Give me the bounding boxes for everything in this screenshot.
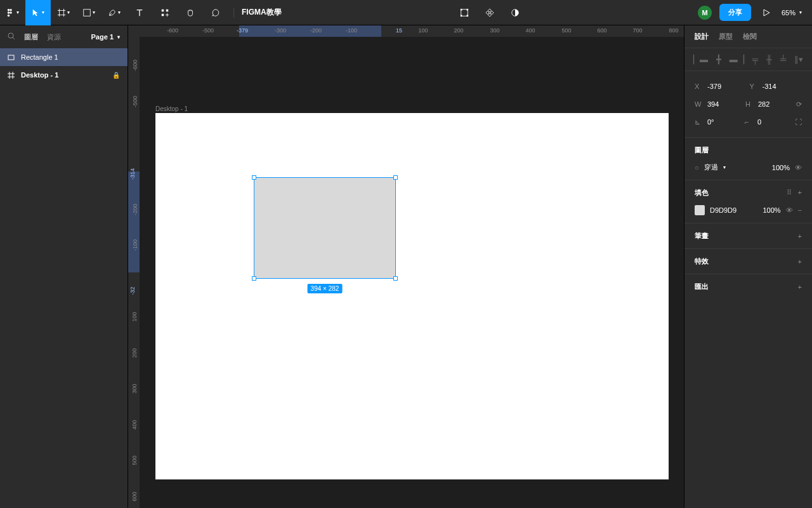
chevron-down-icon: ▾ <box>118 10 121 15</box>
stroke-section-title: 筆畫 <box>695 231 709 241</box>
ruler-horizontal: -600 -500 -379 -300 -200 -100 15 100 200… <box>140 25 684 37</box>
frame-label[interactable]: Desktop - 1 <box>155 105 188 112</box>
add-stroke-icon[interactable]: + <box>798 232 802 240</box>
canvas[interactable]: -600 -500 -379 -300 -200 -100 15 100 200… <box>128 25 684 508</box>
x-input[interactable]: -379 <box>707 83 721 90</box>
ruler-vertical: -600 -500 -314 -200 -100 -32 100 200 300… <box>128 37 140 508</box>
align-top-icon[interactable]: ╤ <box>752 55 758 64</box>
top-toolbar: ▾ ▾ ▾ ▾ ▾ FIGMA教學 M 分享 65% <box>0 0 812 25</box>
text-tool[interactable] <box>127 0 152 25</box>
dev-mode-toggle[interactable] <box>452 0 477 25</box>
separator <box>233 8 234 18</box>
svg-rect-12 <box>461 15 462 17</box>
svg-point-0 <box>8 8 10 11</box>
ruler-corner <box>128 25 140 37</box>
zoom-dropdown[interactable]: 65% ▾ <box>782 9 802 17</box>
shape-tool[interactable]: ▾ <box>76 0 102 25</box>
svg-rect-11 <box>466 8 468 10</box>
width-input[interactable]: 394 <box>707 100 719 108</box>
align-center-v-icon[interactable]: ╫ <box>766 55 772 64</box>
align-left-icon[interactable]: ▏▬ <box>693 55 708 64</box>
svg-point-15 <box>8 33 13 38</box>
layer-section-title: 圖層 <box>695 145 709 155</box>
project-title[interactable]: FIGMA教學 <box>242 7 282 18</box>
zoom-value: 65% <box>782 9 796 17</box>
fill-hex-input[interactable]: D9D9D9 <box>710 206 757 214</box>
height-input[interactable]: 282 <box>758 100 769 108</box>
share-button[interactable]: 分享 <box>719 4 751 21</box>
add-export-icon[interactable]: + <box>798 283 802 291</box>
frame-icon <box>8 72 15 79</box>
lock-icon[interactable]: 🔒 <box>112 72 120 79</box>
layer-name: Desktop - 1 <box>21 71 58 79</box>
frame-icon <box>57 8 66 17</box>
chevron-down-icon: ▾ <box>42 10 44 15</box>
add-effect-icon[interactable]: + <box>798 258 802 265</box>
align-center-h-icon[interactable]: ╋ <box>716 55 721 64</box>
diamond-icon <box>485 8 494 17</box>
svg-rect-7 <box>166 9 169 11</box>
user-avatar[interactable]: M <box>698 6 712 20</box>
fill-opacity-input[interactable]: 100% <box>763 206 780 214</box>
constrain-proportions-icon[interactable]: ⟳ <box>796 100 802 109</box>
svg-point-2 <box>8 11 10 14</box>
hand-tool[interactable] <box>178 0 203 25</box>
resize-handle-se[interactable] <box>393 276 398 281</box>
radius-input[interactable]: 0 <box>757 118 761 126</box>
fill-visibility-icon[interactable]: 👁 <box>786 206 793 214</box>
layer-row-rectangle[interactable]: Rectangle 1 <box>0 48 128 66</box>
mask-tool[interactable] <box>502 0 528 25</box>
design-tab[interactable]: 設計 <box>695 32 709 41</box>
resize-handle-nw[interactable] <box>252 175 256 180</box>
svg-rect-5 <box>84 9 91 16</box>
svg-rect-8 <box>162 13 164 16</box>
fill-section-title: 填色 <box>695 188 709 197</box>
layer-row-frame[interactable]: Desktop - 1 🔒 <box>0 66 128 84</box>
chevron-down-icon: ▾ <box>799 10 802 15</box>
figma-menu[interactable]: ▾ <box>0 0 25 25</box>
hand-icon <box>186 8 195 17</box>
opacity-input[interactable]: 100% <box>772 164 790 171</box>
remove-fill-icon[interactable]: − <box>798 206 802 214</box>
svg-point-3 <box>10 11 12 14</box>
properties-panel: 設計 原型 檢閱 ▏▬ ╋ ▬▕ ╤ ╫ ╧ ∥▾ X-379 Y-314 W3… <box>684 25 812 508</box>
rectangle-1[interactable] <box>254 177 396 279</box>
svg-rect-16 <box>8 55 14 60</box>
visibility-icon[interactable]: 👁 <box>795 164 802 171</box>
chevron-down-icon: ▾ <box>16 10 19 15</box>
pen-tool[interactable]: ▾ <box>102 0 127 25</box>
align-right-icon[interactable]: ▬▕ <box>730 55 744 64</box>
component-tool[interactable] <box>477 0 502 25</box>
alignment-controls: ▏▬ ╋ ▬▕ ╤ ╫ ╧ ∥▾ <box>684 48 812 71</box>
page-selector[interactable]: Page 1 ▾ <box>91 33 120 41</box>
layers-panel: 圖層 資源 Page 1 ▾ Rectangle 1 Desktop - 1 🔒 <box>0 25 128 508</box>
resize-handle-ne[interactable] <box>393 175 398 180</box>
frame-desktop[interactable]: 394 × 282 <box>155 113 669 479</box>
radius-icon: ⌐ <box>745 118 754 126</box>
layers-tab[interactable]: 圖層 <box>24 32 38 42</box>
independent-corners-icon[interactable]: ⛶ <box>795 118 802 126</box>
frame-tool[interactable]: ▾ <box>51 0 76 25</box>
effects-section-title: 特效 <box>695 257 709 266</box>
fill-swatch[interactable] <box>695 205 705 215</box>
distribute-icon[interactable]: ∥▾ <box>794 55 803 64</box>
svg-point-4 <box>8 14 10 17</box>
prototype-tab[interactable]: 原型 <box>719 32 733 41</box>
search-icon[interactable] <box>8 32 15 41</box>
comment-tool[interactable] <box>203 0 228 25</box>
rotation-input[interactable]: 0° <box>707 118 714 126</box>
blend-mode-select[interactable]: 穿過▾ <box>704 163 767 172</box>
resize-handle-sw[interactable] <box>252 276 256 281</box>
add-fill-icon[interactable]: + <box>798 189 802 197</box>
y-input[interactable]: -314 <box>763 83 776 90</box>
dimensions-badge: 394 × 282 <box>308 284 343 293</box>
mask-icon <box>511 8 520 17</box>
resources-tool[interactable] <box>152 0 178 25</box>
present-button[interactable] <box>756 9 776 17</box>
styles-icon[interactable]: ⠿ <box>787 189 792 197</box>
align-bottom-icon[interactable]: ╧ <box>780 55 786 64</box>
assets-tab[interactable]: 資源 <box>47 32 61 42</box>
move-tool[interactable]: ▾ <box>25 0 51 25</box>
rectangle-icon <box>8 54 15 61</box>
inspect-tab[interactable]: 檢閱 <box>743 32 757 41</box>
